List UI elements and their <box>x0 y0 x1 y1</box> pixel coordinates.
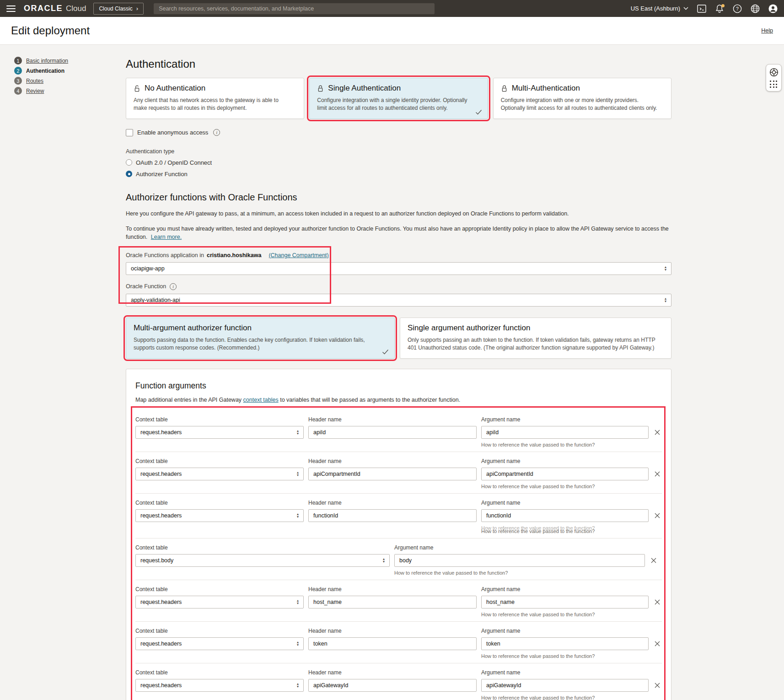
functions-application-select[interactable]: ociapigw-app ▴▾ <box>126 262 671 275</box>
region-selector[interactable]: US East (Ashburn) <box>631 5 688 12</box>
help-circle-icon[interactable]: ? <box>733 4 742 13</box>
argument-name-input[interactable] <box>481 596 649 608</box>
info-icon[interactable]: i <box>213 129 220 136</box>
step-routes[interactable]: 3 Routes <box>14 77 126 85</box>
context-value: request.headers <box>140 682 297 689</box>
argument-name-input[interactable] <box>394 554 645 567</box>
argument-row: Context table request.headers▴▾ Header n… <box>135 452 662 494</box>
context-table-select[interactable]: request.headers▴▾ <box>135 637 304 650</box>
args-intro-before: Map additional entries in the API Gatewa… <box>135 397 243 403</box>
brand-primary: ORACLE <box>24 4 63 13</box>
remove-argument-icon[interactable] <box>653 512 661 520</box>
search-input[interactable] <box>154 3 435 14</box>
authentication-heading: Authentication <box>126 58 671 70</box>
life-preserver-icon[interactable] <box>769 68 779 77</box>
context-table-select[interactable]: request.body▴▾ <box>135 554 390 567</box>
argument-name-label: Argument name <box>481 500 649 506</box>
language-globe-icon[interactable] <box>751 4 760 13</box>
header-name-input[interactable] <box>308 426 477 439</box>
multi-authentication-card[interactable]: Multi-Authentication Configure integrati… <box>493 78 671 119</box>
oracle-function-select[interactable]: apply-validation-api ▴▾ <box>126 294 671 307</box>
header-name-input[interactable] <box>308 596 477 608</box>
cloud-shell-icon[interactable] <box>697 4 706 13</box>
argument-name-input[interactable] <box>481 426 649 439</box>
header-name-input[interactable] <box>308 637 477 650</box>
context-table-label: Context table <box>135 416 304 423</box>
apps-grid-icon[interactable] <box>770 81 778 88</box>
step-authentication[interactable]: 2 Authentication <box>14 67 126 75</box>
oracle-cloud-logo[interactable]: ORACLE Cloud <box>24 4 86 13</box>
authorizer-paragraph-2: To continue you must have already writte… <box>126 226 669 240</box>
reference-helper-link[interactable]: How to reference the value passed to the… <box>481 612 649 617</box>
profile-avatar-icon[interactable] <box>768 4 778 13</box>
argument-name-label: Argument name <box>481 586 649 592</box>
context-table-label: Context table <box>135 500 304 506</box>
info-icon[interactable]: i <box>170 283 177 290</box>
single-authentication-card[interactable]: Single Authentication Configure integrat… <box>309 78 488 119</box>
cloud-classic-label: Cloud Classic <box>99 5 132 12</box>
header-name-input[interactable] <box>308 509 477 522</box>
context-table-select[interactable]: request.headers▴▾ <box>135 509 304 522</box>
step-basic-information[interactable]: 1 Basic information <box>14 57 126 65</box>
reference-helper-link[interactable]: How to reference the value passed to the… <box>481 653 649 659</box>
step-label[interactable]: Basic information <box>26 58 68 64</box>
context-tables-link[interactable]: context tables <box>243 397 279 403</box>
hamburger-menu-icon[interactable] <box>6 5 16 12</box>
remove-argument-icon[interactable] <box>653 681 661 689</box>
card-title: Multi-Authentication <box>512 84 580 93</box>
authorizer-functions-heading: Authorizer functions with Oracle Functio… <box>126 192 671 203</box>
oracle-function-label: Oracle Function <box>126 283 166 290</box>
learn-more-link[interactable]: Learn more. <box>151 234 182 240</box>
header-name-input[interactable] <box>308 468 477 480</box>
lock-open-icon <box>134 85 140 92</box>
context-value: request.headers <box>140 599 297 605</box>
step-review[interactable]: 4 Review <box>14 87 126 95</box>
argument-name-input[interactable] <box>481 637 649 650</box>
remove-argument-icon[interactable] <box>653 428 661 436</box>
page-header: Edit deployment Help <box>0 17 784 45</box>
oauth-radio-row[interactable]: OAuth 2.0 / OpenID Connect <box>126 159 671 166</box>
oauth-radio[interactable] <box>126 159 132 166</box>
context-table-select[interactable]: request.headers▴▾ <box>135 596 304 608</box>
step-number: 2 <box>14 67 22 75</box>
support-widget[interactable] <box>766 64 782 92</box>
function-arguments-card: Function arguments Map additional entrie… <box>126 369 671 700</box>
argument-name-input[interactable] <box>481 679 649 692</box>
reference-helper-link[interactable]: How to reference the value passed to the… <box>481 442 649 447</box>
select-arrows-icon: ▴▾ <box>297 471 299 477</box>
remove-argument-icon[interactable] <box>653 598 661 606</box>
reference-helper-link[interactable]: How to reference the value passed to the… <box>481 695 649 700</box>
reference-helper-link[interactable]: How to reference the value passed to the… <box>394 570 645 576</box>
step-label[interactable]: Routes <box>26 78 43 84</box>
region-label: US East (Ashburn) <box>631 5 680 12</box>
select-arrows-icon: ▴▾ <box>297 683 299 688</box>
single-argument-card[interactable]: Single argument authorizer function Only… <box>400 318 671 359</box>
lock-closed-icon <box>501 85 508 92</box>
step-label[interactable]: Review <box>26 88 44 94</box>
remove-argument-icon[interactable] <box>650 556 658 565</box>
card-title: Single argument authorizer function <box>408 323 664 333</box>
context-table-select[interactable]: request.headers▴▾ <box>135 426 304 439</box>
argument-name-input[interactable] <box>481 509 649 522</box>
remove-argument-icon[interactable] <box>653 640 661 648</box>
argument-name-label: Argument name <box>481 416 649 423</box>
remove-argument-icon[interactable] <box>653 470 661 478</box>
argument-row: Context table request.headers▴▾ Header n… <box>135 622 662 663</box>
enable-anonymous-access-checkbox[interactable] <box>126 129 133 136</box>
authorizer-radio-row[interactable]: Authorizer Function <box>126 171 671 178</box>
select-arrows-icon: ▴▾ <box>383 558 385 563</box>
authorizer-function-radio[interactable] <box>126 171 132 177</box>
no-authentication-card[interactable]: No Authentication Any client that has ne… <box>126 78 304 119</box>
cloud-classic-button[interactable]: Cloud Classic › <box>93 3 144 15</box>
multi-argument-card[interactable]: Multi-argument authorizer function Suppo… <box>126 318 395 359</box>
help-link[interactable]: Help <box>761 27 773 34</box>
context-table-select[interactable]: request.headers▴▾ <box>135 468 304 480</box>
change-compartment-link[interactable]: (Change Compartment) <box>268 252 328 258</box>
notifications-bell-icon[interactable] <box>715 4 724 13</box>
notification-dot <box>721 4 725 7</box>
argument-name-input[interactable] <box>481 468 649 480</box>
compartment-name: cristiano.hoshikawa <box>207 252 261 258</box>
header-name-input[interactable] <box>308 679 477 692</box>
reference-helper-link[interactable]: How to reference the value passed to the… <box>481 484 649 489</box>
context-table-select[interactable]: request.headers▴▾ <box>135 679 304 692</box>
